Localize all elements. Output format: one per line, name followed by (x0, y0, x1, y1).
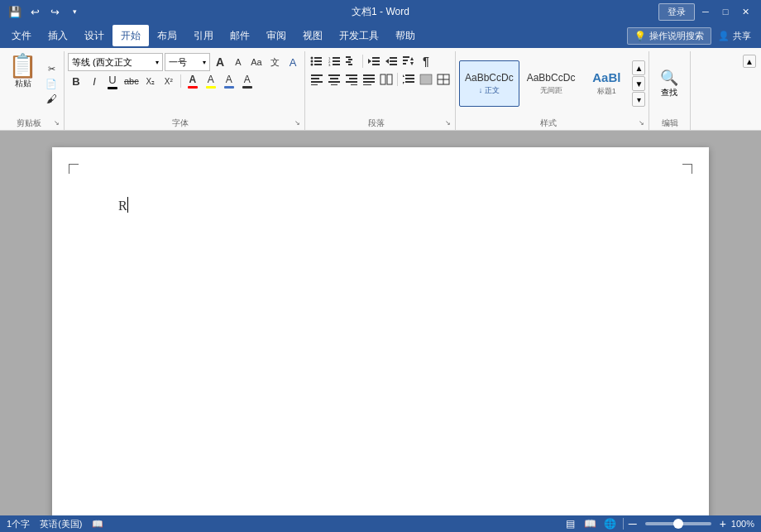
person-icon: 👤 (718, 31, 730, 41)
cut-button[interactable]: ✂ (42, 62, 60, 75)
shading-button[interactable]: A (221, 73, 237, 89)
wen-button[interactable]: 文 (266, 54, 283, 70)
style-normal[interactable]: AaBbCcDc ↓ 正文 (459, 60, 519, 107)
svg-rect-39 (346, 81, 357, 83)
menu-bar: 文件 插入 设计 开始 布局 引用 邮件 审阅 视图 开发工具 帮助 💡 操作说… (0, 23, 761, 48)
find-button[interactable]: 🔍 查找 (653, 67, 686, 100)
justify-button[interactable] (361, 71, 377, 88)
sort-button[interactable] (400, 53, 417, 69)
font-color-button[interactable]: A (184, 73, 201, 89)
zoom-thumb[interactable] (673, 519, 683, 529)
font-name-selector[interactable]: 等线 (西文正文 ▾ (68, 53, 163, 71)
menu-help[interactable]: 帮助 (387, 25, 424, 46)
font-size-selector[interactable]: 一号 ▾ (165, 53, 210, 71)
bullets-button[interactable] (309, 53, 325, 69)
zoom-slider[interactable] (645, 522, 711, 525)
paste-button[interactable]: 📋 粘贴 (5, 53, 41, 114)
svg-rect-14 (346, 61, 351, 63)
styles-expand[interactable]: ▾ (632, 92, 645, 107)
styles-expand-icon[interactable]: ↘ (637, 119, 645, 127)
restore-button[interactable]: □ (716, 2, 735, 21)
superscript-button[interactable]: X² (160, 73, 177, 89)
copy-button[interactable]: 📄 (42, 77, 60, 90)
column-layout-button[interactable] (378, 71, 395, 88)
align-right-button[interactable] (343, 71, 360, 88)
undo-button[interactable]: ↩ (26, 3, 43, 20)
ribbon: 📋 粘贴 ✂ 📄 🖌 剪贴板 ↘ 等线 (西文正文 (0, 48, 761, 131)
style-nospace[interactable]: AaBbCcDc 无间距 (521, 60, 582, 107)
multilevel-button[interactable] (343, 53, 360, 69)
shrink-font-button[interactable]: A (230, 54, 246, 70)
strikethrough-button[interactable]: abc (122, 73, 141, 89)
font-expand-icon[interactable]: ↘ (293, 119, 301, 127)
menu-references[interactable]: 引用 (185, 25, 222, 46)
svg-rect-22 (390, 60, 397, 62)
status-right: ▤ 📖 🌐 ─ + 100% (563, 516, 754, 531)
zoom-percentage: 100% (731, 519, 754, 529)
search-bar[interactable]: 💡 操作说明搜索 (627, 27, 711, 45)
clear-format-button[interactable]: A (285, 54, 301, 70)
bold-button[interactable]: B (68, 73, 84, 89)
font-name-value: 等线 (西文正文 (72, 56, 154, 69)
grow-font-button[interactable]: A (212, 54, 228, 70)
menu-home[interactable]: 开始 (112, 25, 149, 46)
border-button[interactable]: A (239, 73, 256, 89)
zoom-in-button[interactable]: + (720, 517, 726, 530)
close-button[interactable]: ✕ (736, 2, 754, 21)
paragraph-expand-icon[interactable]: ↘ (443, 119, 452, 127)
zoom-out-button[interactable]: ─ (629, 517, 637, 530)
align-center-button[interactable] (326, 71, 342, 88)
svg-rect-21 (390, 57, 397, 59)
redo-button[interactable]: ↪ (46, 3, 63, 20)
svg-rect-18 (372, 60, 380, 62)
style-nospace-label: 无间距 (540, 85, 562, 96)
clipboard-expand-icon[interactable]: ↘ (52, 119, 60, 127)
menu-mailings[interactable]: 邮件 (222, 25, 258, 46)
share-label: 共享 (733, 30, 751, 42)
align-left-button[interactable] (309, 71, 325, 88)
document-page[interactable]: R (52, 147, 709, 515)
svg-rect-31 (311, 81, 323, 83)
read-mode-button[interactable]: 📖 (583, 516, 598, 531)
share-button[interactable]: 👤 共享 (711, 28, 758, 44)
status-left: 1个字 英语(美国) 📖 (7, 518, 103, 530)
styles-scroll-down[interactable]: ▼ (632, 76, 645, 91)
menu-file[interactable]: 文件 (3, 25, 40, 46)
login-button[interactable]: 登录 (658, 3, 695, 21)
line-spacing-button[interactable] (400, 71, 417, 88)
menu-insert[interactable]: 插入 (40, 25, 76, 46)
shading-para-button[interactable] (418, 71, 434, 88)
menu-layout[interactable]: 布局 (149, 25, 185, 46)
web-layout-button[interactable]: 🌐 (603, 516, 618, 531)
separator (623, 518, 624, 530)
subscript-button[interactable]: X₂ (142, 73, 159, 89)
menu-design[interactable]: 设计 (76, 25, 112, 46)
decrease-indent-button[interactable] (366, 53, 382, 69)
increase-indent-button[interactable] (383, 53, 400, 69)
word-count: 1个字 (7, 518, 30, 530)
style-heading1[interactable]: AaBl 标题1 (582, 60, 630, 107)
underline-button[interactable]: U (104, 73, 121, 89)
font-group: 等线 (西文正文 ▾ 一号 ▾ A A Aa 文 A B I (65, 51, 305, 130)
menu-developer[interactable]: 开发工具 (331, 25, 387, 46)
svg-rect-29 (311, 74, 323, 76)
menu-review[interactable]: 审阅 (258, 25, 294, 46)
show-marks-button[interactable]: ¶ (418, 53, 434, 69)
window-controls: 登录 ─ □ ✕ (658, 2, 754, 21)
format-painter-button[interactable]: 🖌 (42, 92, 60, 105)
save-button[interactable]: 💾 (7, 3, 23, 20)
menu-view[interactable]: 视图 (294, 25, 331, 46)
text-cursor (127, 197, 128, 213)
ribbon-collapse-button[interactable]: ▲ (743, 55, 756, 68)
svg-text:3.: 3. (328, 63, 331, 67)
qa-dropdown-button[interactable]: ▾ (66, 3, 83, 20)
case-button[interactable]: Aa (248, 54, 265, 70)
styles-scroll-up[interactable]: ▲ (632, 60, 645, 75)
document-content[interactable]: R (118, 197, 643, 213)
numbering-button[interactable]: 1.2.3. (326, 53, 342, 69)
italic-button[interactable]: I (86, 73, 103, 89)
minimize-button[interactable]: ─ (696, 2, 715, 21)
print-layout-button[interactable]: ▤ (563, 516, 578, 531)
borders-button[interactable] (435, 71, 452, 88)
highlight-button[interactable]: A (203, 73, 219, 89)
